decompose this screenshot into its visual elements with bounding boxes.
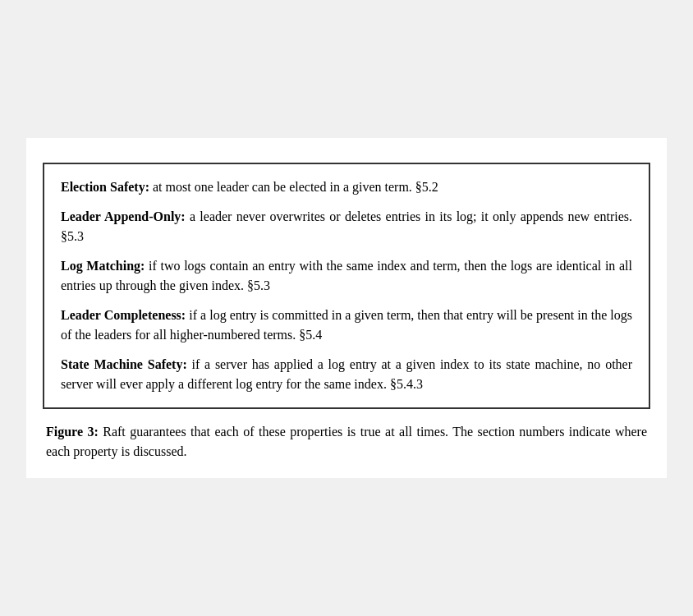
- property-log-matching: Log Matching: if two logs contain an ent…: [61, 256, 632, 296]
- property-title-state-machine-safety: State Machine Safety:: [61, 357, 187, 371]
- property-body-log-matching: if two logs contain an entry with the sa…: [61, 259, 632, 292]
- property-state-machine-safety: State Machine Safety: if a server has ap…: [61, 355, 632, 394]
- page-container: Election Safety: at most one leader can …: [26, 138, 667, 478]
- property-leader-append-only: Leader Append-Only: a leader never overw…: [61, 207, 632, 246]
- property-title-leader-completeness: Leader Completeness:: [61, 308, 186, 322]
- figure-label: Figure 3:: [46, 425, 99, 439]
- property-title-leader-append-only: Leader Append-Only:: [61, 209, 186, 223]
- property-title-log-matching: Log Matching:: [61, 259, 145, 273]
- property-election-safety: Election Safety: at most one leader can …: [61, 177, 632, 197]
- properties-box: Election Safety: at most one leader can …: [43, 163, 650, 409]
- property-leader-completeness: Leader Completeness: if a log entry is c…: [61, 306, 632, 345]
- property-title-election-safety: Election Safety:: [61, 180, 149, 194]
- property-body-election-safety: at most one leader can be elected in a g…: [149, 180, 438, 194]
- figure-text: Raft guarantees that each of these prope…: [46, 425, 647, 458]
- figure-caption: Figure 3: Raft guarantees that each of t…: [43, 422, 650, 462]
